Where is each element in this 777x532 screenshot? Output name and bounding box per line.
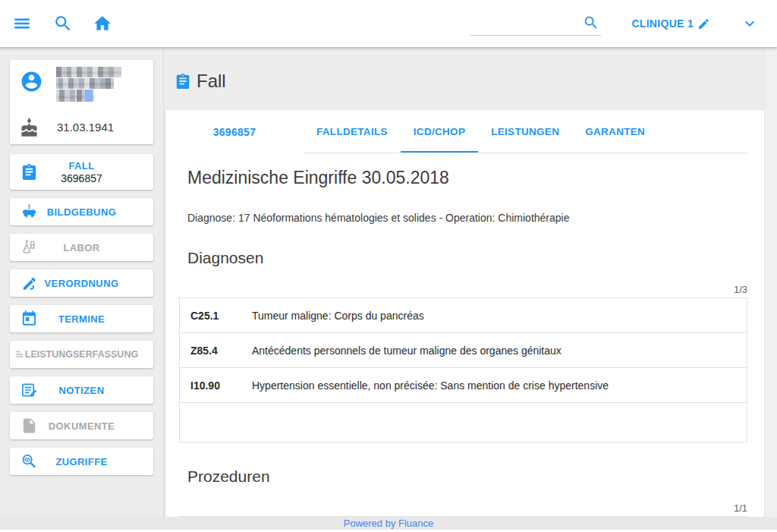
notes-icon bbox=[20, 382, 38, 399]
table-row-empty bbox=[180, 403, 747, 442]
tab-garanten[interactable]: GARANTEN bbox=[572, 110, 658, 153]
sidebar-item-label: ZUGRIFFE bbox=[55, 456, 107, 467]
search-submit-icon[interactable] bbox=[583, 14, 599, 31]
sidebar-item-bildgebung[interactable]: BILDGEBUNG bbox=[10, 198, 153, 225]
diagnosen-title: Diagnosen bbox=[187, 249, 747, 267]
sidebar-item-zugriffe[interactable]: ZUGRIFFE bbox=[10, 448, 153, 475]
diagnosen-rows: C25.1 Tumeur maligne: Corps du pancréas … bbox=[180, 298, 747, 403]
sidebar-item-label: LEISTUNGSERFASSUNG bbox=[25, 349, 138, 360]
prozeduren-pagination[interactable]: 1/1 bbox=[187, 502, 747, 514]
diagnosen-pagination[interactable]: 1/3 bbox=[187, 284, 747, 295]
calendar-icon bbox=[20, 310, 38, 328]
search-input[interactable] bbox=[470, 11, 577, 33]
page-title: Fall bbox=[197, 71, 226, 92]
sidebar-item-leistungserfassung: LEISTUNGSERFASSUNG bbox=[10, 341, 153, 368]
tab-falldetails[interactable]: FALLDETAILS bbox=[304, 110, 401, 153]
sidebar-item-label: BILDGEBUNG bbox=[47, 206, 116, 218]
sidebar-item-label: FALL bbox=[68, 160, 94, 172]
sidebar-item-notizen[interactable]: NOTIZEN bbox=[10, 376, 153, 404]
prescription-pen-icon bbox=[20, 275, 38, 292]
patient-name-redacted bbox=[56, 67, 123, 102]
footer-bar: Powered by Fluance bbox=[0, 517, 777, 530]
scrollbar[interactable] bbox=[764, 47, 777, 530]
powered-by-link[interactable]: Powered by Fluance bbox=[344, 518, 434, 529]
menu-icon[interactable] bbox=[12, 14, 32, 33]
case-panel: 3696857 FALLDETAILS ICD/CHOP LEISTUNGEN … bbox=[165, 110, 764, 518]
section-heading: Medizinische Eingriffe 30.05.2018 bbox=[187, 168, 747, 188]
clinic-label: CLINIQUE 1 bbox=[631, 17, 694, 30]
search-icon[interactable] bbox=[53, 14, 73, 33]
sidebar-item-verordnung[interactable]: VERORDNUNG bbox=[10, 269, 153, 297]
sidebar-case-number: 3696857 bbox=[61, 172, 102, 184]
sidebar-item-termine[interactable]: TERMINE bbox=[10, 305, 153, 332]
table-row[interactable]: I10.90 Hypertension essentielle, non pré… bbox=[180, 368, 747, 403]
diagnosis-text: Antécédents personnels de tumeur maligne… bbox=[252, 345, 562, 357]
tabs-group: FALLDETAILS ICD/CHOP LEISTUNGEN GARANTEN bbox=[304, 110, 747, 153]
diagnosen-table: C25.1 Tumeur maligne: Corps du pancréas … bbox=[179, 297, 747, 442]
diagnosis-text: Tumeur maligne: Corps du pancréas bbox=[252, 310, 424, 322]
sidebar-item-dokumente: DOKUMENTE bbox=[10, 412, 153, 439]
sidebar-divider bbox=[163, 47, 164, 532]
patient-birthdate: 31.03.1941 bbox=[57, 121, 114, 134]
global-search-field bbox=[470, 11, 601, 36]
sidebar-item-label: DOKUMENTE bbox=[49, 420, 115, 432]
tab-case-number[interactable]: 3696857 bbox=[165, 110, 304, 153]
access-eye-magnifier-icon bbox=[20, 453, 38, 471]
person-icon bbox=[20, 70, 43, 93]
lab-flask-icon bbox=[20, 239, 38, 257]
clinic-selector[interactable]: CLINIQUE 1 bbox=[631, 17, 710, 30]
birthday-cake-icon bbox=[19, 118, 39, 138]
sidebar: 31.03.1941 FALL 3696857 BILDGEBUNG LABOR bbox=[10, 60, 153, 483]
home-icon[interactable] bbox=[93, 14, 112, 33]
diagnosis-summary: Diagnose: 17 Néoformations hématologies … bbox=[187, 212, 747, 224]
sidebar-item-labor: LABOR bbox=[10, 234, 153, 261]
tab-icd-chop[interactable]: ICD/CHOP bbox=[401, 110, 478, 153]
clipboard-icon bbox=[175, 73, 191, 90]
chevron-down-icon[interactable] bbox=[741, 14, 759, 33]
diagnosis-code: Z85.4 bbox=[180, 345, 252, 357]
sidebar-item-label: LABOR bbox=[63, 242, 99, 253]
tab-leistungen[interactable]: LEISTUNGEN bbox=[478, 110, 572, 153]
pelvis-xray-icon bbox=[20, 203, 38, 221]
sidebar-item-label: NOTIZEN bbox=[59, 385, 105, 396]
clipboard-icon bbox=[20, 163, 38, 181]
page-title-row: Fall bbox=[175, 71, 226, 92]
top-toolbar: CLINIQUE 1 bbox=[0, 0, 777, 47]
document-icon bbox=[20, 417, 38, 435]
tab-bar: 3696857 FALLDETAILS ICD/CHOP LEISTUNGEN … bbox=[165, 110, 764, 153]
prozeduren-title: Prozeduren bbox=[187, 467, 747, 486]
diagnosis-text: Hypertension essentielle, non précisée: … bbox=[252, 379, 609, 392]
table-row[interactable]: C25.1 Tumeur maligne: Corps du pancréas bbox=[180, 298, 747, 333]
sidebar-item-fall[interactable]: FALL 3696857 bbox=[10, 154, 153, 190]
edit-pencil-icon bbox=[697, 17, 710, 30]
service-entry-icon bbox=[14, 350, 24, 360]
patient-card[interactable]: 31.03.1941 bbox=[10, 60, 153, 144]
diagnosis-code: C25.1 bbox=[180, 310, 252, 322]
sidebar-item-label: VERORDNUNG bbox=[45, 278, 119, 289]
sidebar-item-label: TERMINE bbox=[58, 313, 105, 325]
diagnosis-code: I10.90 bbox=[180, 379, 252, 392]
table-row[interactable]: Z85.4 Antécédents personnels de tumeur m… bbox=[180, 333, 747, 368]
